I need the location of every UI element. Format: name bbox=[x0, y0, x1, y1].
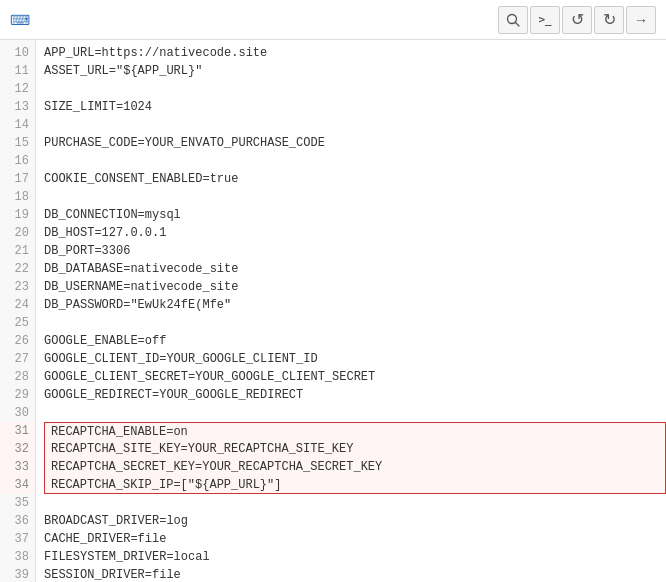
line-number: 23 bbox=[0, 278, 35, 296]
code-line: COOKIE_CONSENT_ENABLED=true bbox=[44, 170, 666, 188]
line-number: 13 bbox=[0, 98, 35, 116]
code-line: DB_CONNECTION=mysql bbox=[44, 206, 666, 224]
code-line: RECAPTCHA_SECRET_KEY=YOUR_RECAPTCHA_SECR… bbox=[44, 458, 666, 476]
code-line: DB_PASSWORD="EwUk24fE(Mfe" bbox=[44, 296, 666, 314]
code-line bbox=[44, 116, 666, 134]
code-line: PURCHASE_CODE=YOUR_ENVATO_PURCHASE_CODE bbox=[44, 134, 666, 152]
line-number: 20 bbox=[0, 224, 35, 242]
code-line: RECAPTCHA_SKIP_IP=["${APP_URL}"] bbox=[44, 476, 666, 494]
code-line: SESSION_DRIVER=file bbox=[44, 566, 666, 582]
line-number: 33 bbox=[0, 458, 35, 476]
line-number: 12 bbox=[0, 80, 35, 98]
search-button[interactable] bbox=[498, 6, 528, 34]
code-line: ASSET_URL="${APP_URL}" bbox=[44, 62, 666, 80]
code-line bbox=[44, 188, 666, 206]
code-line bbox=[44, 404, 666, 422]
line-number: 36 bbox=[0, 512, 35, 530]
code-line: RECAPTCHA_ENABLE=on bbox=[44, 422, 666, 440]
line-number: 24 bbox=[0, 296, 35, 314]
line-number: 11 bbox=[0, 62, 35, 80]
line-number: 22 bbox=[0, 260, 35, 278]
code-line bbox=[44, 314, 666, 332]
line-number: 16 bbox=[0, 152, 35, 170]
line-number: 18 bbox=[0, 188, 35, 206]
line-number: 31 bbox=[0, 422, 35, 440]
code-line: BROADCAST_DRIVER=log bbox=[44, 512, 666, 530]
header-toolbar: >_ ↺ ↻ → bbox=[498, 6, 656, 34]
line-number: 32 bbox=[0, 440, 35, 458]
code-line bbox=[44, 494, 666, 512]
line-number: 10 bbox=[0, 44, 35, 62]
code-line: RECAPTCHA_SITE_KEY=YOUR_RECAPTCHA_SITE_K… bbox=[44, 440, 666, 458]
line-number: 35 bbox=[0, 494, 35, 512]
line-number: 37 bbox=[0, 530, 35, 548]
code-line bbox=[44, 80, 666, 98]
code-line bbox=[44, 152, 666, 170]
code-line: SIZE_LIMIT=1024 bbox=[44, 98, 666, 116]
undo-button[interactable]: ↺ bbox=[562, 6, 592, 34]
line-number: 39 bbox=[0, 566, 35, 582]
line-number: 28 bbox=[0, 368, 35, 386]
arrow-right-button[interactable]: → bbox=[626, 6, 656, 34]
code-line: GOOGLE_CLIENT_ID=YOUR_GOOGLE_CLIENT_ID bbox=[44, 350, 666, 368]
code-line: DB_USERNAME=nativecode_site bbox=[44, 278, 666, 296]
code-line: DB_DATABASE=nativecode_site bbox=[44, 260, 666, 278]
redo-button[interactable]: ↻ bbox=[594, 6, 624, 34]
code-line: GOOGLE_ENABLE=off bbox=[44, 332, 666, 350]
line-number: 27 bbox=[0, 350, 35, 368]
terminal-button[interactable]: >_ bbox=[530, 6, 560, 34]
header: ⌨ >_ ↺ ↻ → bbox=[0, 0, 666, 40]
editor: 1011121314151617181920212223242526272829… bbox=[0, 40, 666, 582]
code-line: CACHE_DRIVER=file bbox=[44, 530, 666, 548]
line-number: 15 bbox=[0, 134, 35, 152]
line-numbers: 1011121314151617181920212223242526272829… bbox=[0, 40, 36, 582]
svg-line-1 bbox=[516, 22, 520, 26]
line-number: 38 bbox=[0, 548, 35, 566]
line-number: 19 bbox=[0, 206, 35, 224]
line-number: 34 bbox=[0, 476, 35, 494]
line-number: 26 bbox=[0, 332, 35, 350]
header-title-area: ⌨ bbox=[10, 12, 35, 28]
keyboard-icon: ⌨ bbox=[10, 12, 30, 28]
line-number: 14 bbox=[0, 116, 35, 134]
code-line: APP_URL=https://nativecode.site bbox=[44, 44, 666, 62]
code-line: FILESYSTEM_DRIVER=local bbox=[44, 548, 666, 566]
code-content: APP_URL=https://nativecode.siteASSET_URL… bbox=[36, 40, 666, 582]
code-line: DB_HOST=127.0.0.1 bbox=[44, 224, 666, 242]
line-number: 30 bbox=[0, 404, 35, 422]
code-line: DB_PORT=3306 bbox=[44, 242, 666, 260]
line-number: 21 bbox=[0, 242, 35, 260]
line-number: 17 bbox=[0, 170, 35, 188]
code-line: GOOGLE_CLIENT_SECRET=YOUR_GOOGLE_CLIENT_… bbox=[44, 368, 666, 386]
line-number: 25 bbox=[0, 314, 35, 332]
code-line: GOOGLE_REDIRECT=YOUR_GOOGLE_REDIRECT bbox=[44, 386, 666, 404]
line-number: 29 bbox=[0, 386, 35, 404]
